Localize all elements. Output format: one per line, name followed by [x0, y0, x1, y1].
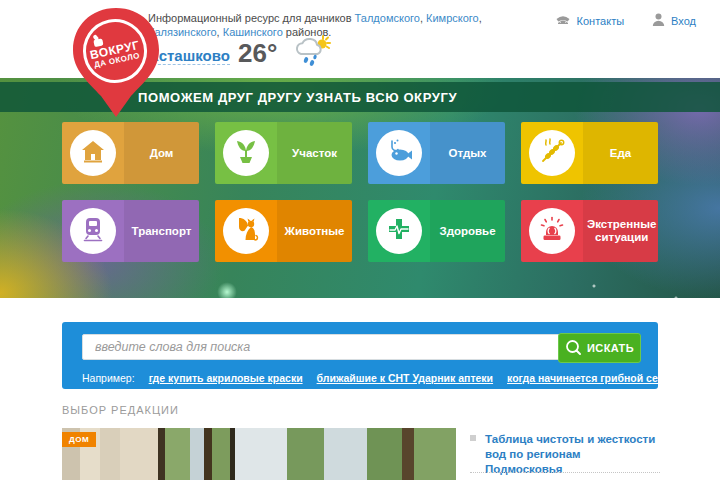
category-label: Экстренные ситуации — [583, 218, 658, 244]
slogan-text: ПОМОЖЕМ ДРУГ ДРУГУ УЗНАТЬ ВСЮ ОКРУГУ — [138, 90, 457, 105]
search-input[interactable] — [82, 334, 566, 360]
category-tile-health[interactable]: Здоровье — [368, 200, 505, 262]
category-tile-transport[interactable]: Транспорт — [62, 200, 199, 262]
tagline-prefix: Информационный ресурс для дачников — [148, 12, 352, 24]
category-tile-leisure[interactable]: Отдых — [368, 122, 505, 184]
category-label: Транспорт — [128, 225, 196, 238]
category-tile-home[interactable]: Дом — [62, 122, 199, 184]
train-icon — [79, 215, 107, 247]
top-navigation: Контакты Вход — [555, 13, 696, 29]
search-icon — [565, 339, 582, 358]
category-tile-food[interactable]: Еда — [521, 122, 658, 184]
category-tile-emergency[interactable]: Экстренные ситуации — [521, 200, 658, 262]
tagline-separator: , — [479, 12, 482, 24]
list-item: Таблица чистоты и жесткости вод по регио… — [470, 432, 660, 477]
district-link-kimry[interactable]: Кимрского — [426, 12, 479, 24]
site-logo[interactable]: ВОКРУГ ДА ОКОЛО — [68, 6, 164, 118]
editors-choice-heading: ВЫБОР РЕДАКЦИИ — [62, 404, 179, 416]
article-list: Таблица чистоты и жесткости вод по регио… — [470, 432, 660, 477]
district-link-taldom[interactable]: Талдомского — [355, 12, 420, 24]
search-button[interactable]: ИСКАТЬ — [558, 333, 641, 363]
skewer-icon — [538, 137, 566, 169]
dotted-divider — [470, 472, 660, 473]
article-link[interactable]: Таблица чистоты и жесткости вод по регио… — [485, 432, 660, 477]
temperature-value: 26° — [238, 38, 277, 69]
health-cross-icon — [385, 215, 413, 247]
siren-icon — [538, 215, 566, 247]
district-link-kashin[interactable]: Кашинского — [223, 26, 283, 38]
category-label: Участок — [288, 147, 341, 160]
category-tile-animals[interactable]: Животные — [215, 200, 352, 262]
fishing-icon — [385, 137, 413, 169]
category-label: Еда — [606, 147, 635, 160]
category-label: Здоровье — [435, 225, 499, 238]
sprout-icon — [232, 137, 260, 169]
user-icon — [652, 13, 665, 29]
examples-label: Например: — [82, 372, 135, 384]
login-link[interactable]: Вход — [652, 13, 696, 29]
search-button-label: ИСКАТЬ — [587, 342, 634, 354]
weather-icon — [292, 34, 332, 72]
example-link-pharmacies[interactable]: ближайшие к СНТ Ударник аптеки — [317, 372, 493, 384]
phone-icon — [555, 13, 571, 29]
category-label: Дом — [146, 147, 178, 160]
category-grid: Дом Участок — [62, 122, 658, 262]
example-link-mushrooms[interactable]: когда начинается грибной сезон в Подмоск… — [507, 372, 720, 384]
search-panel: ИСКАТЬ Например: где купить акриловые кр… — [62, 322, 658, 389]
dog-cat-icon — [232, 215, 260, 247]
category-label: Животные — [281, 225, 349, 238]
contacts-link[interactable]: Контакты — [555, 13, 625, 29]
article-category-badge[interactable]: ДОМ — [62, 432, 96, 447]
bullet-icon — [470, 435, 476, 441]
login-label: Вход — [671, 15, 696, 27]
article-photo[interactable]: ДОМ — [62, 428, 456, 480]
site-tagline: Информационный ресурс для дачников Талдо… — [148, 11, 548, 39]
contacts-label: Контакты — [577, 15, 625, 27]
example-link-paints[interactable]: где купить акриловые краски — [149, 372, 303, 384]
house-icon — [79, 137, 107, 169]
page: Информационный ресурс для дачников Талдо… — [0, 0, 720, 480]
search-examples: Например: где купить акриловые краски бл… — [82, 372, 720, 384]
category-tile-garden[interactable]: Участок — [215, 122, 352, 184]
category-label: Отдых — [445, 147, 491, 160]
